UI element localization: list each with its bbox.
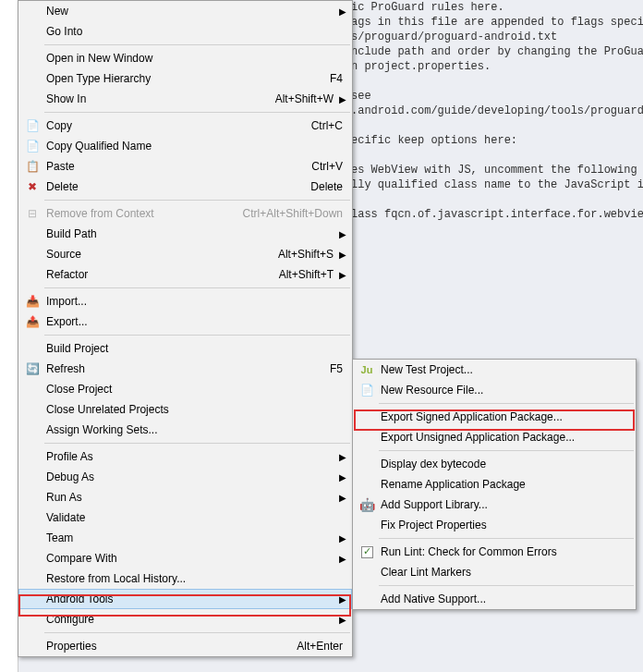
- menu-label: Fix Project Properties: [381, 519, 630, 531]
- menu-shortcut: F5: [330, 362, 343, 375]
- menu-shortcut: Ctrl+C: [311, 119, 343, 132]
- menu-copy-qualified[interactable]: 📄 Copy Qualified Name: [18, 136, 352, 156]
- editor-line: ags in this file are appended to flags s…: [351, 16, 643, 29]
- menu-run-as[interactable]: Run As ▶: [18, 487, 352, 507]
- menu-compare-with[interactable]: Compare With ▶: [18, 548, 352, 568]
- blank-icon: [24, 449, 41, 464]
- menu-label: Display dex bytecode: [381, 458, 630, 470]
- submenu-add-support-library[interactable]: 🤖 Add Support Library...: [353, 495, 636, 515]
- menu-label: Add Support Library...: [381, 498, 630, 511]
- menu-label: Close Unrelated Projects: [46, 403, 346, 416]
- blank-icon: [24, 531, 41, 545]
- blank-icon: [24, 510, 41, 525]
- menu-shortcut: Alt+Shift+S: [278, 248, 334, 261]
- menu-label: Go Into: [46, 25, 346, 38]
- menu-build-path[interactable]: Build Path ▶: [18, 224, 352, 244]
- menu-validate[interactable]: Validate: [18, 507, 352, 528]
- menu-profile-as[interactable]: Profile As ▶: [18, 446, 352, 467]
- menu-open-type-hierarchy[interactable]: Open Type Hierarchy F4: [18, 68, 352, 89]
- menu-label: Copy Qualified Name: [46, 140, 346, 153]
- menu-paste[interactable]: 📋 Paste Ctrl+V: [18, 156, 352, 177]
- menu-label: Import...: [46, 295, 346, 308]
- menu-shortcut: Alt+Shift+T: [279, 268, 334, 281]
- menu-refresh[interactable]: 🔄 Refresh F5: [18, 359, 352, 379]
- blank-icon: [24, 92, 41, 106]
- export-icon: 📤: [24, 314, 41, 329]
- blank-icon: [358, 565, 375, 580]
- menu-remove-context: ⊟ Remove from Context Ctrl+Alt+Shift+Dow…: [18, 203, 352, 224]
- menu-label: Refactor: [46, 268, 261, 281]
- refresh-icon: 🔄: [24, 361, 41, 376]
- submenu-run-lint[interactable]: Run Lint: Check for Common Errors: [353, 542, 636, 562]
- menu-open-new-window[interactable]: Open in New Window: [18, 48, 352, 68]
- menu-separator: [44, 44, 350, 45]
- editor-line: lass fqcn.of.javascript.interface.for.we…: [351, 208, 643, 221]
- menu-label: Assign Working Sets...: [46, 423, 346, 436]
- menu-shortcut: F4: [330, 72, 343, 85]
- submenu-new-resource-file[interactable]: 📄 New Resource File...: [353, 380, 636, 400]
- submenu-rename-package[interactable]: Rename Application Package: [353, 474, 636, 495]
- menu-build-project[interactable]: Build Project: [18, 338, 352, 359]
- menu-assign-working-sets[interactable]: Assign Working Sets...: [18, 420, 352, 440]
- blank-icon: [24, 226, 41, 241]
- submenu-arrow-icon: ▶: [337, 94, 346, 104]
- menu-properties[interactable]: Properties Alt+Enter: [18, 636, 352, 656]
- blank-icon: [24, 71, 41, 86]
- editor-line: n project.properties.: [351, 60, 491, 73]
- blank-icon: [24, 341, 41, 356]
- menu-refactor[interactable]: Refactor Alt+Shift+T ▶: [18, 264, 352, 285]
- menu-android-tools[interactable]: Android Tools ▶: [18, 589, 352, 609]
- submenu-clear-lint[interactable]: Clear Lint Markers: [353, 562, 636, 582]
- submenu-export-unsigned[interactable]: Export Unsigned Application Package...: [353, 427, 636, 447]
- menu-shortcut: Ctrl+V: [311, 160, 343, 173]
- menu-delete[interactable]: ✖ Delete Delete: [18, 177, 352, 197]
- menu-restore-history[interactable]: Restore from Local History...: [18, 568, 352, 589]
- menu-label: Rename Application Package: [381, 478, 630, 491]
- blank-icon: [24, 24, 41, 39]
- menu-export[interactable]: 📤 Export...: [18, 312, 352, 332]
- menu-close-project[interactable]: Close Project: [18, 379, 352, 399]
- submenu-export-signed[interactable]: Export Signed Application Package...: [353, 407, 636, 427]
- submenu-arrow-icon: ▶: [337, 452, 346, 462]
- submenu-display-dex[interactable]: Display dex bytecode: [353, 454, 636, 474]
- blank-icon: [24, 470, 41, 484]
- submenu-arrow-icon: ▶: [337, 270, 346, 280]
- menu-import[interactable]: 📥 Import...: [18, 291, 352, 312]
- menu-label: Close Project: [46, 383, 346, 396]
- menu-team[interactable]: Team ▶: [18, 528, 352, 548]
- menu-label: Build Project: [46, 342, 346, 355]
- menu-label: Compare With: [46, 552, 337, 565]
- menu-label: Restore from Local History...: [46, 572, 346, 585]
- menu-go-into[interactable]: Go Into: [18, 21, 352, 42]
- menu-separator: [44, 443, 350, 444]
- submenu-fix-project-properties[interactable]: Fix Project Properties: [353, 515, 636, 535]
- blank-icon: [24, 490, 41, 505]
- editor-line: ic ProGuard rules here.: [351, 1, 504, 14]
- submenu-arrow-icon: ▶: [337, 229, 346, 239]
- context-menu: New ▶ Go Into Open in New Window Open Ty…: [18, 0, 353, 657]
- menu-separator: [44, 632, 350, 633]
- junit-icon: Ju: [358, 362, 375, 377]
- menu-show-in[interactable]: Show In Alt+Shift+W ▶: [18, 89, 352, 109]
- menu-label: Configure: [46, 613, 337, 626]
- menu-label: Open in New Window: [46, 52, 346, 65]
- blank-icon: [24, 402, 41, 417]
- menu-new[interactable]: New ▶: [18, 1, 352, 21]
- menu-configure[interactable]: Configure ▶: [18, 609, 352, 629]
- submenu-arrow-icon: ▶: [337, 615, 346, 625]
- menu-label: New Test Project...: [381, 363, 630, 376]
- menu-label: Validate: [46, 511, 346, 524]
- menu-debug-as[interactable]: Debug As ▶: [18, 467, 352, 487]
- menu-label: Build Path: [46, 227, 337, 240]
- menu-label: Clear Lint Markers: [381, 566, 630, 579]
- editor-line: lly qualified class name to the JavaScri…: [351, 178, 643, 191]
- menu-source[interactable]: Source Alt+Shift+S ▶: [18, 244, 352, 264]
- menu-close-unrelated[interactable]: Close Unrelated Projects: [18, 399, 352, 420]
- blank-icon: [24, 639, 41, 654]
- menu-label: New: [46, 5, 337, 18]
- submenu-add-native-support[interactable]: Add Native Support...: [353, 589, 636, 609]
- menu-separator: [379, 538, 634, 539]
- menu-label: Properties: [46, 640, 278, 653]
- submenu-new-test-project[interactable]: Ju New Test Project...: [353, 360, 636, 380]
- menu-copy[interactable]: 📄 Copy Ctrl+C: [18, 116, 352, 136]
